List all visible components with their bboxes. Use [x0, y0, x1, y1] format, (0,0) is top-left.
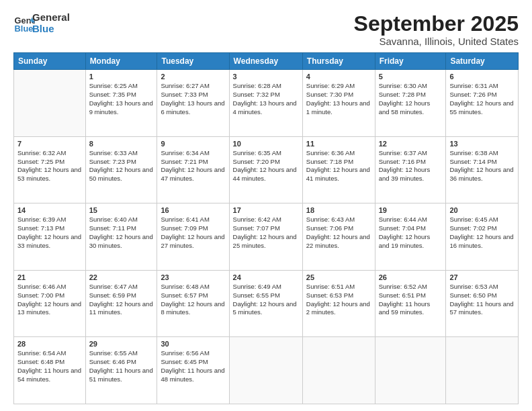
col-wednesday: Wednesday: [229, 53, 302, 70]
day-number: 6: [449, 73, 515, 81]
day-info: Sunrise: 6:32 AM Sunset: 7:25 PM Dayligh…: [17, 149, 82, 183]
header: General Blue General Blue September 2025…: [13, 12, 519, 47]
day-info: Sunrise: 6:47 AM Sunset: 6:59 PM Dayligh…: [89, 283, 154, 317]
day-cell: 11Sunrise: 6:36 AM Sunset: 7:18 PM Dayli…: [302, 136, 375, 203]
day-cell: 18Sunrise: 6:43 AM Sunset: 7:06 PM Dayli…: [302, 203, 375, 271]
day-number: 4: [306, 73, 371, 81]
col-sunday: Sunday: [14, 53, 86, 70]
day-info: Sunrise: 6:35 AM Sunset: 7:20 PM Dayligh…: [233, 149, 299, 183]
day-info: Sunrise: 6:25 AM Sunset: 7:35 PM Dayligh…: [89, 82, 154, 116]
day-cell: 10Sunrise: 6:35 AM Sunset: 7:20 PM Dayli…: [229, 136, 302, 203]
day-cell: 14Sunrise: 6:39 AM Sunset: 7:13 PM Dayli…: [14, 203, 86, 271]
day-info: Sunrise: 6:48 AM Sunset: 6:57 PM Dayligh…: [161, 283, 225, 317]
day-number: 2: [161, 73, 225, 81]
day-cell: 24Sunrise: 6:49 AM Sunset: 6:55 PM Dayli…: [229, 270, 302, 337]
day-number: 22: [89, 273, 154, 281]
day-info: Sunrise: 6:40 AM Sunset: 7:11 PM Dayligh…: [89, 216, 154, 250]
day-cell: 1Sunrise: 6:25 AM Sunset: 7:35 PM Daylig…: [85, 70, 157, 137]
day-info: Sunrise: 6:31 AM Sunset: 7:26 PM Dayligh…: [449, 82, 515, 116]
day-number: 23: [161, 273, 225, 281]
day-info: Sunrise: 6:56 AM Sunset: 6:45 PM Dayligh…: [161, 349, 225, 383]
day-info: Sunrise: 6:29 AM Sunset: 7:30 PM Dayligh…: [306, 82, 371, 116]
day-info: Sunrise: 6:51 AM Sunset: 6:53 PM Dayligh…: [306, 283, 371, 317]
day-number: 9: [161, 140, 225, 148]
day-info: Sunrise: 6:54 AM Sunset: 6:48 PM Dayligh…: [17, 349, 82, 383]
day-cell: [375, 337, 446, 404]
day-number: 18: [306, 206, 371, 214]
day-info: Sunrise: 6:49 AM Sunset: 6:55 PM Dayligh…: [233, 283, 299, 317]
day-info: Sunrise: 6:30 AM Sunset: 7:28 PM Dayligh…: [379, 82, 443, 116]
logo: General Blue General Blue: [13, 12, 70, 34]
day-number: 20: [449, 206, 515, 214]
day-cell: 19Sunrise: 6:44 AM Sunset: 7:04 PM Dayli…: [375, 203, 446, 271]
day-cell: 28Sunrise: 6:54 AM Sunset: 6:48 PM Dayli…: [14, 337, 86, 404]
day-number: 21: [17, 273, 82, 281]
svg-text:Blue: Blue: [15, 24, 34, 34]
location-title: Savanna, Illinois, United States: [354, 36, 519, 47]
day-number: 30: [161, 340, 225, 348]
day-number: 14: [17, 206, 82, 214]
calendar-table: Sunday Monday Tuesday Wednesday Thursday…: [13, 52, 519, 404]
day-cell: [302, 337, 375, 404]
day-cell: 29Sunrise: 6:55 AM Sunset: 6:46 PM Dayli…: [85, 337, 157, 404]
header-row: Sunday Monday Tuesday Wednesday Thursday…: [14, 53, 519, 70]
day-info: Sunrise: 6:36 AM Sunset: 7:18 PM Dayligh…: [306, 149, 371, 183]
day-cell: 30Sunrise: 6:56 AM Sunset: 6:45 PM Dayli…: [157, 337, 229, 404]
col-tuesday: Tuesday: [157, 53, 229, 70]
day-number: 13: [449, 140, 515, 148]
day-cell: 26Sunrise: 6:52 AM Sunset: 6:51 PM Dayli…: [375, 270, 446, 337]
day-info: Sunrise: 6:43 AM Sunset: 7:06 PM Dayligh…: [306, 216, 371, 250]
day-cell: 16Sunrise: 6:41 AM Sunset: 7:09 PM Dayli…: [157, 203, 229, 271]
week-row-1: 1Sunrise: 6:25 AM Sunset: 7:35 PM Daylig…: [14, 70, 519, 137]
day-number: 11: [306, 140, 371, 148]
logo-line2: Blue: [32, 24, 70, 35]
day-info: Sunrise: 6:44 AM Sunset: 7:04 PM Dayligh…: [379, 216, 443, 250]
day-number: 1: [89, 73, 154, 81]
day-number: 28: [17, 340, 82, 348]
col-monday: Monday: [85, 53, 157, 70]
day-number: 16: [161, 206, 225, 214]
day-info: Sunrise: 6:42 AM Sunset: 7:07 PM Dayligh…: [233, 216, 299, 250]
day-number: 29: [89, 340, 154, 348]
day-cell: 20Sunrise: 6:45 AM Sunset: 7:02 PM Dayli…: [446, 203, 519, 271]
day-cell: 5Sunrise: 6:30 AM Sunset: 7:28 PM Daylig…: [375, 70, 446, 137]
day-cell: 9Sunrise: 6:34 AM Sunset: 7:21 PM Daylig…: [157, 136, 229, 203]
day-number: 12: [379, 140, 443, 148]
week-row-4: 21Sunrise: 6:46 AM Sunset: 7:00 PM Dayli…: [14, 270, 519, 337]
col-thursday: Thursday: [302, 53, 375, 70]
day-cell: [229, 337, 302, 404]
day-number: 10: [233, 140, 299, 148]
title-block: September 2025 Savanna, Illinois, United…: [354, 12, 519, 47]
day-cell: [14, 70, 86, 137]
page: General Blue General Blue September 2025…: [0, 0, 532, 411]
day-cell: [446, 337, 519, 404]
week-row-2: 7Sunrise: 6:32 AM Sunset: 7:25 PM Daylig…: [14, 136, 519, 203]
day-number: 7: [17, 140, 82, 148]
day-info: Sunrise: 6:37 AM Sunset: 7:16 PM Dayligh…: [379, 149, 443, 183]
day-cell: 15Sunrise: 6:40 AM Sunset: 7:11 PM Dayli…: [85, 203, 157, 271]
day-cell: 7Sunrise: 6:32 AM Sunset: 7:25 PM Daylig…: [14, 136, 86, 203]
month-title: September 2025: [354, 12, 519, 36]
day-info: Sunrise: 6:33 AM Sunset: 7:23 PM Dayligh…: [89, 149, 154, 183]
day-cell: 6Sunrise: 6:31 AM Sunset: 7:26 PM Daylig…: [446, 70, 519, 137]
week-row-3: 14Sunrise: 6:39 AM Sunset: 7:13 PM Dayli…: [14, 203, 519, 271]
day-cell: 12Sunrise: 6:37 AM Sunset: 7:16 PM Dayli…: [375, 136, 446, 203]
day-info: Sunrise: 6:45 AM Sunset: 7:02 PM Dayligh…: [449, 216, 515, 250]
col-friday: Friday: [375, 53, 446, 70]
day-number: 25: [306, 273, 371, 281]
day-info: Sunrise: 6:38 AM Sunset: 7:14 PM Dayligh…: [449, 149, 515, 183]
week-row-5: 28Sunrise: 6:54 AM Sunset: 6:48 PM Dayli…: [14, 337, 519, 404]
day-cell: 21Sunrise: 6:46 AM Sunset: 7:00 PM Dayli…: [14, 270, 86, 337]
day-info: Sunrise: 6:34 AM Sunset: 7:21 PM Dayligh…: [161, 149, 225, 183]
day-cell: 23Sunrise: 6:48 AM Sunset: 6:57 PM Dayli…: [157, 270, 229, 337]
day-number: 5: [379, 73, 443, 81]
day-info: Sunrise: 6:27 AM Sunset: 7:33 PM Dayligh…: [161, 82, 225, 116]
day-cell: 3Sunrise: 6:28 AM Sunset: 7:32 PM Daylig…: [229, 70, 302, 137]
day-info: Sunrise: 6:55 AM Sunset: 6:46 PM Dayligh…: [89, 349, 154, 383]
day-number: 17: [233, 206, 299, 214]
day-cell: 25Sunrise: 6:51 AM Sunset: 6:53 PM Dayli…: [302, 270, 375, 337]
day-cell: 22Sunrise: 6:47 AM Sunset: 6:59 PM Dayli…: [85, 270, 157, 337]
day-number: 8: [89, 140, 154, 148]
day-number: 27: [449, 273, 515, 281]
day-cell: 2Sunrise: 6:27 AM Sunset: 7:33 PM Daylig…: [157, 70, 229, 137]
